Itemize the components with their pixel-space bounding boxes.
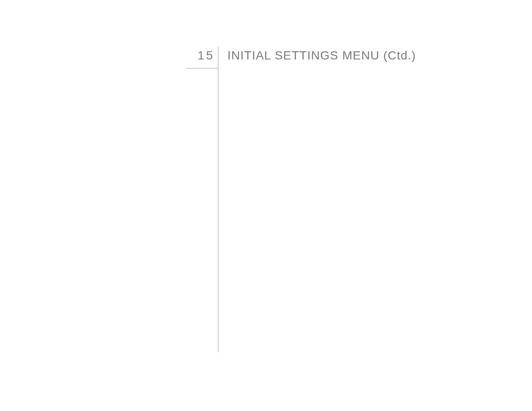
section-title: INITIAL SETTINGS MENU (Ctd.)	[227, 49, 416, 62]
page-container: 15 INITIAL SETTINGS MENU (Ctd.)	[0, 0, 532, 411]
vertical-divider	[218, 47, 218, 352]
horizontal-divider	[186, 68, 218, 68]
section-number: 15	[186, 49, 215, 62]
